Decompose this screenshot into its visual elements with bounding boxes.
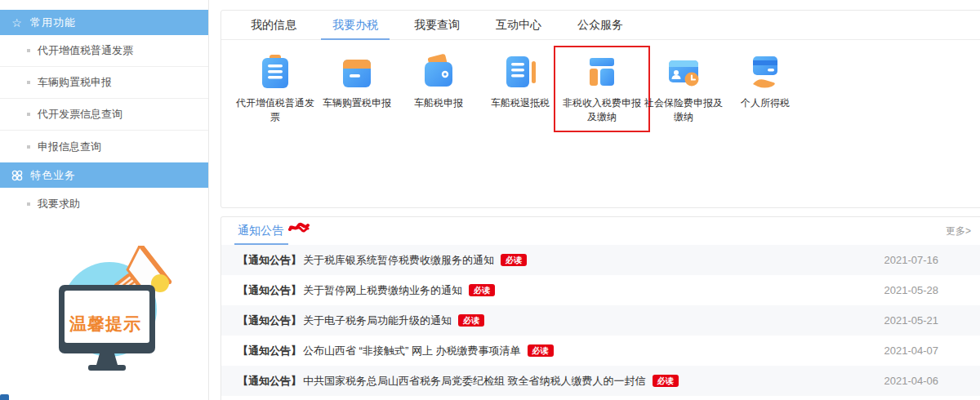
notice-list: 【通知公告】 关于税库银系统暂停税费收缴服务的通知 必读 2021-07-16 …: [221, 245, 980, 396]
calendar-icon: [338, 53, 376, 91]
service-invoice-issue[interactable]: 代开增值税普通发票: [234, 53, 316, 124]
service-vehicle-vessel-tax[interactable]: 车船税申报: [398, 53, 479, 124]
notice-prefix: 【通知公告】: [238, 344, 301, 358]
notice-date: 2021-04-07: [884, 344, 972, 357]
wallet-icon: [420, 53, 457, 91]
service-social-insurance[interactable]: 社会保险费申报及缴纳: [643, 53, 724, 124]
notice-date: 2021-04-06: [884, 375, 972, 387]
must-read-badge: 必读: [501, 254, 527, 266]
service-grid: 代开增值税普通发票 车辆购置税申报 车船税申报: [221, 40, 980, 124]
sidebar-section-title: 特色业务: [30, 168, 76, 183]
service-nontax-income[interactable]: 非税收入税费申报及缴纳: [561, 53, 643, 124]
notice-header: 通知公告 更多>: [221, 217, 980, 245]
notice-row[interactable]: 【通知公告】 中共国家税务总局山西省税务局党委纪检组 致全省纳税人缴费人的一封信…: [221, 366, 980, 396]
service-vehicle-purchase-tax[interactable]: 车辆购置税申报: [316, 53, 398, 124]
bullet-icon: [27, 202, 30, 206]
notice-prefix: 【通知公告】: [238, 283, 301, 298]
notice-row[interactable]: 【通知公告】 关于暂停网上税费缴纳业务的通知 必读 2021-05-28: [221, 275, 980, 305]
service-label: 车辆购置税申报: [316, 96, 398, 110]
cutoff-corner-element: [0, 394, 9, 400]
notice-row[interactable]: 【通知公告】 关于税库银系统暂停税费收缴服务的通知 必读 2021-07-16: [221, 245, 980, 275]
sidebar-section-common: ☆ 常用功能: [0, 10, 208, 35]
bullet-icon: [27, 145, 30, 149]
service-label: 社会保险费申报及缴纳: [643, 96, 724, 124]
notice-row[interactable]: 【通知公告】 关于电子税务局功能升级的通知 必读 2021-05-21: [221, 305, 980, 336]
sidebar: ☆ 常用功能 代开增值税普通发票 车辆购置税申报 代开发票信息查询 申报信息查询: [0, 0, 209, 400]
notice-prefix: 【通知公告】: [238, 374, 301, 389]
service-vessel-tax-refund[interactable]: 车船税退抵税: [479, 53, 561, 124]
notice-text: 中共国家税务总局山西省税务局党委纪检组 致全省纳税人缴费人的一封信: [303, 374, 646, 389]
sidebar-item-label: 代开发票信息查询: [38, 107, 122, 122]
sidebar-item-invoice-issue[interactable]: 代开增值税普通发票: [0, 35, 208, 67]
sidebar-section-title: 常用功能: [30, 16, 76, 30]
notice-text: 关于暂停网上税费缴纳业务的通知: [303, 283, 462, 298]
new-marker-icon: [288, 222, 310, 233]
must-read-badge: 必读: [528, 344, 554, 357]
notice-text: 公布山西省 “非接触式” 网上 办税缴费事项清单: [303, 344, 521, 358]
clipboard-icon: [256, 53, 294, 91]
must-read-badge: 必读: [653, 375, 679, 387]
notice-date: 2021-07-16: [884, 254, 972, 266]
page: ☆ 常用功能 代开增值税普通发票 车辆购置税申报 代开发票信息查询 申报信息查询: [0, 0, 980, 400]
layout-icon: [583, 53, 621, 91]
bullet-icon: [27, 81, 30, 84]
service-label: 代开增值税普通发票: [234, 96, 316, 124]
tab-query[interactable]: 我要查询: [396, 11, 478, 39]
sidebar-item-label: 申报信息查询: [38, 140, 101, 154]
notice-date: 2021-05-28: [884, 284, 972, 296]
notice-text: 关于电子税务局功能升级的通知: [303, 313, 452, 328]
tip-text: 温馨提示: [52, 313, 158, 336]
sidebar-item-invoice-query[interactable]: 代开发票信息查询: [0, 99, 208, 131]
must-read-badge: 必读: [469, 284, 495, 296]
tab-public-service[interactable]: 公众服务: [559, 11, 641, 39]
star-icon: ☆: [11, 17, 24, 29]
sidebar-item-declare-query[interactable]: 申报信息查询: [0, 131, 208, 162]
sidebar-item-label: 代开增值税普通发票: [38, 43, 133, 58]
tab-my-info[interactable]: 我的信息: [233, 11, 314, 39]
sidebar-item-label: 车辆购置税申报: [38, 75, 112, 90]
sidebar-item-label: 我要求助: [38, 197, 80, 211]
service-label: 个人所得税: [724, 96, 806, 110]
bullet-icon: [27, 49, 30, 52]
service-label: 车船税申报: [398, 96, 479, 110]
id-card-clock-icon: [665, 53, 702, 91]
tab-do-tax[interactable]: 我要办税: [314, 11, 396, 39]
notice-date: 2021-05-21: [884, 314, 972, 327]
service-label: 车船税退抵税: [479, 96, 561, 110]
main-tabbar: 我的信息 我要办税 我要查询 互动中心 公众服务: [221, 11, 980, 40]
service-personal-income-tax[interactable]: 个人所得税: [724, 53, 806, 124]
notice-prefix: 【通知公告】: [238, 253, 301, 268]
sidebar-item-help[interactable]: 我要求助: [0, 188, 208, 220]
notice-title-underline: [234, 243, 288, 245]
notice-prefix: 【通知公告】: [238, 313, 301, 328]
tab-interaction[interactable]: 互动中心: [478, 11, 559, 39]
bank-card-hand-icon: [746, 53, 784, 91]
sidebar-section-special: 特色业务: [0, 162, 208, 188]
notice-row[interactable]: 【通知公告】 公布山西省 “非接触式” 网上 办税缴费事项清单 必读 2021-…: [221, 336, 980, 366]
tip-illustration: 温馨提示: [0, 246, 209, 393]
bullet-icon: [27, 113, 30, 116]
notice-text: 关于税库银系统暂停税费收缴服务的通知: [303, 253, 494, 268]
notice-title[interactable]: 通知公告: [238, 224, 283, 238]
document-refund-icon: [501, 53, 539, 91]
service-label: 非税收入税费申报及缴纳: [561, 96, 643, 124]
grid-icon: [11, 170, 24, 181]
more-link[interactable]: 更多>: [946, 224, 971, 238]
sidebar-item-vehicle-tax[interactable]: 车辆购置税申报: [0, 67, 208, 99]
must-read-badge: 必读: [458, 314, 484, 327]
notice-panel: 通知公告 更多> 【通知公告】 关于税库银系统暂停税费收缴服务的通知 必读 20…: [220, 216, 980, 400]
services-panel: 我的信息 我要办税 我要查询 互动中心 公众服务 代开增值税普通发票: [220, 10, 980, 208]
